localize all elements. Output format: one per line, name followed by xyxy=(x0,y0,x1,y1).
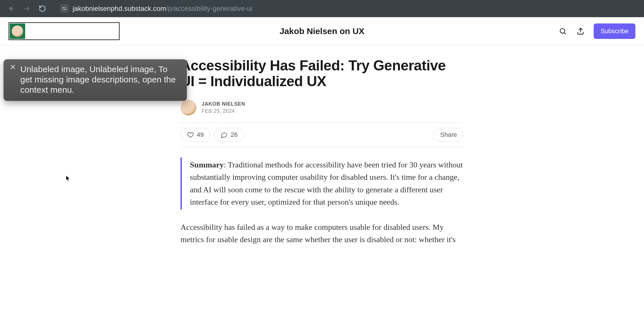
comment-count: 26 xyxy=(230,131,237,139)
comment-button[interactable]: 26 xyxy=(214,128,244,142)
url-host: jakobnielsenphd.substack.com xyxy=(73,5,166,12)
url-text: jakobnielsenphd.substack.com/p/accessibi… xyxy=(73,5,252,13)
like-count: 49 xyxy=(197,131,204,139)
body-paragraph-1: Accessibility has failed as a way to mak… xyxy=(180,221,464,246)
author-row: JAKOB NIELSEN FEB 29, 2024 xyxy=(180,100,464,116)
summary-text: : Traditional methods for accessibility … xyxy=(190,160,463,206)
share-label: Share xyxy=(440,131,457,139)
share-button[interactable]: Share xyxy=(434,128,464,142)
author-meta: JAKOB NIELSEN FEB 29, 2024 xyxy=(202,101,245,114)
subscribe-button[interactable]: Subscribe xyxy=(594,23,635,39)
svg-line-6 xyxy=(564,33,566,34)
url-path: /p/accessibility-generative-ui xyxy=(166,5,252,12)
close-icon[interactable] xyxy=(9,64,16,70)
header-right: Subscribe xyxy=(558,23,635,39)
site-settings-icon[interactable] xyxy=(60,4,69,13)
header-left xyxy=(9,22,120,40)
reload-button[interactable] xyxy=(37,3,48,14)
search-icon[interactable] xyxy=(558,27,567,36)
page-content: Jakob Nielsen on UX Subscribe Unlabeled … xyxy=(0,17,644,246)
article-title: Accessibility Has Failed: Try Generative… xyxy=(180,58,464,89)
tooltip-text: Unlabeled image, Unlabeled image, To get… xyxy=(20,64,176,94)
forward-button[interactable] xyxy=(21,3,33,14)
avatar-face-icon xyxy=(12,25,23,37)
author-name[interactable]: JAKOB NIELSEN xyxy=(202,101,245,107)
site-logo-avatar[interactable] xyxy=(10,23,25,39)
back-button[interactable] xyxy=(6,3,17,14)
site-title[interactable]: Jakob Nielsen on UX xyxy=(280,26,365,36)
publish-date: FEB 29, 2024 xyxy=(202,108,245,114)
summary-label: Summary xyxy=(190,160,224,169)
svg-point-1 xyxy=(63,7,64,8)
accessibility-tooltip: Unlabeled image, Unlabeled image, To get… xyxy=(3,59,187,101)
mouse-cursor-icon xyxy=(65,175,71,182)
article: Accessibility Has Failed: Try Generative… xyxy=(180,45,464,246)
url-bar[interactable]: jakobnielsenphd.substack.com/p/accessibi… xyxy=(55,2,638,15)
share-upload-icon[interactable] xyxy=(576,27,585,36)
engagement-bar: 49 26 Share xyxy=(180,122,464,147)
engagement-left: 49 26 xyxy=(180,128,244,142)
logo-focus-box[interactable] xyxy=(9,22,120,40)
like-button[interactable]: 49 xyxy=(180,128,210,142)
browser-chrome: jakobnielsenphd.substack.com/p/accessibi… xyxy=(0,0,644,17)
site-header: Jakob Nielsen on UX Subscribe xyxy=(0,17,644,45)
author-avatar[interactable] xyxy=(180,100,196,116)
summary-paragraph: Summary: Traditional methods for accessi… xyxy=(190,159,464,208)
summary-block: Summary: Traditional methods for accessi… xyxy=(180,157,464,210)
svg-point-3 xyxy=(65,9,66,10)
